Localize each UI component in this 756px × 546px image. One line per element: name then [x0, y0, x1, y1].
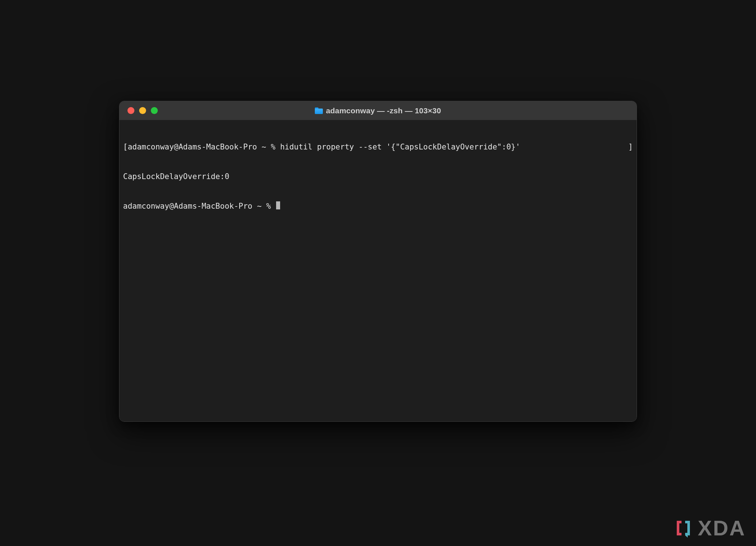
watermark-text: XDA	[698, 517, 746, 539]
terminal-line: [ adamconway@Adams-MacBook-Pro ~ % hidut…	[123, 142, 633, 152]
cursor-block	[276, 201, 280, 209]
zoom-button[interactable]	[151, 107, 158, 114]
folder-icon	[315, 107, 323, 114]
traffic-lights	[119, 107, 158, 114]
terminal-window[interactable]: adamconway — -zsh — 103×30 [ adamconway@…	[119, 101, 637, 422]
line-close-bracket: ]	[628, 142, 633, 152]
window-title: adamconway — -zsh — 103×30	[326, 106, 441, 115]
terminal-line: adamconway@Adams-MacBook-Pro ~ %	[123, 201, 633, 211]
close-button[interactable]	[127, 107, 134, 114]
watermark-bracket-icon	[674, 519, 693, 538]
terminal-body[interactable]: [ adamconway@Adams-MacBook-Pro ~ % hidut…	[119, 120, 637, 421]
prompt-content: adamconway@Adams-MacBook-Pro ~ %	[123, 201, 275, 211]
line-content: CapsLockDelayOverride:0	[123, 172, 229, 182]
terminal-line: CapsLockDelayOverride:0	[123, 172, 633, 182]
line-spacer	[520, 142, 628, 152]
minimize-button[interactable]	[139, 107, 146, 114]
line-content: adamconway@Adams-MacBook-Pro ~ % hidutil…	[128, 142, 520, 152]
window-title-wrap: adamconway — -zsh — 103×30	[119, 106, 637, 115]
watermark: XDA	[674, 517, 746, 539]
title-bar[interactable]: adamconway — -zsh — 103×30	[119, 101, 637, 120]
line-open-bracket: [	[123, 142, 128, 152]
